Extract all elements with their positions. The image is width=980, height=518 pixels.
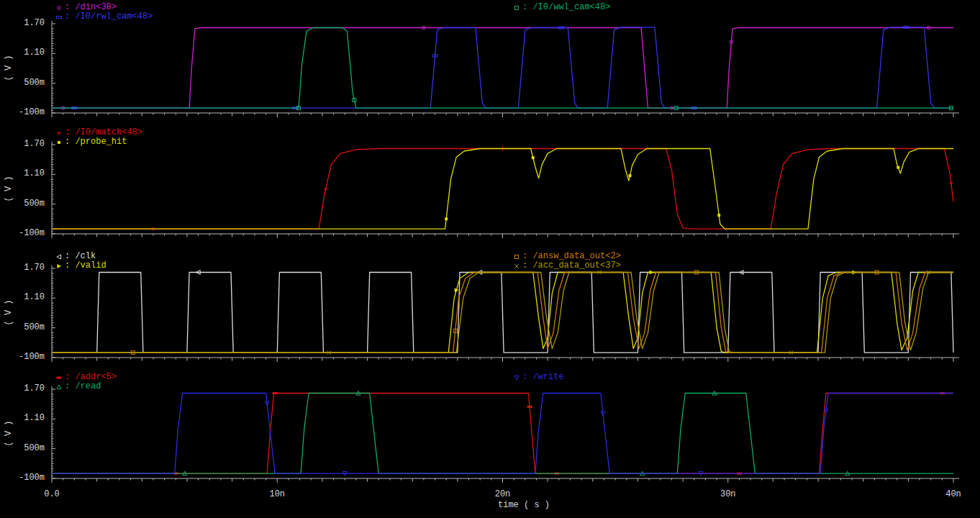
panel-2 (52, 142, 959, 238)
tri-right-filled-icon (55, 263, 63, 270)
markers-/probe_hit (445, 156, 899, 220)
legend-/read[interactable]: : /read (55, 382, 101, 391)
y-tick-label: 1.70 (4, 19, 45, 28)
x-icon (512, 263, 521, 270)
tri-left-icon (55, 253, 63, 260)
x-tick-label: 40n (932, 490, 975, 499)
markers-/write (265, 401, 828, 476)
legend-label: : /I0/rwl_cam<48> (65, 12, 153, 22)
legend-label: : /probe_hit (65, 137, 127, 147)
y-axis-unit-label: ( V ) (4, 299, 14, 327)
markers-/addr<5> (173, 392, 945, 475)
y-axis-unit-label: ( V ) (4, 175, 14, 204)
legend-label: : /acc_data_out<37> (522, 261, 621, 271)
y-axis-unit-label: ( V ) (4, 54, 14, 83)
x-tick-label: 10n (255, 490, 299, 499)
y-tick-label: -100m (4, 108, 45, 117)
panel-4 (52, 386, 959, 483)
trace-/probe_hit (52, 149, 953, 230)
waveform-viewer: 1.701.10500m-100m( V ): /din<38>: /I0/rw… (0, 0, 980, 518)
markers-/I0/match<48> (151, 147, 953, 232)
legend-/valid[interactable]: : /valid (55, 261, 106, 271)
trace-/addr<5> (52, 394, 953, 474)
legend-/I0/wwl_cam<48>[interactable]: : /I0/wwl_cam<48> (512, 3, 610, 12)
x-tick-label: 30n (707, 490, 750, 499)
hbar-icon (55, 14, 63, 21)
markers-/I0/rwl_cam<48> (72, 26, 909, 109)
trace-/read (52, 394, 953, 474)
filled-square-icon (55, 139, 63, 146)
trace-/I0/wwl_cam<48> (52, 28, 953, 109)
markers-/answ_data_out<2> (131, 271, 879, 355)
plus-icon (55, 130, 63, 137)
trace-/write (52, 394, 953, 474)
legend-label: : /write (522, 373, 564, 382)
square-icon (512, 253, 521, 260)
panel-1 (52, 21, 959, 117)
legend-/probe_hit[interactable]: : /probe_hit (55, 137, 127, 147)
tri-up-icon (55, 383, 63, 391)
x-tick-label: 0.0 (30, 490, 73, 499)
x-tick-label: 20n (481, 490, 525, 499)
legend-/acc_data_out<37>[interactable]: : /acc_data_out<37> (512, 261, 621, 271)
markers-/read (183, 391, 850, 476)
y-axis-unit-label: ( V ) (4, 419, 14, 448)
time-axis-label: time ( s ) (481, 501, 567, 510)
legend-label: : /I0/wwl_cam<48> (522, 3, 610, 12)
legend-label: : /read (65, 382, 101, 391)
legend-/I0/rwl_cam<48>[interactable]: : /I0/rwl_cam<48> (55, 12, 153, 22)
waveform-plot-area[interactable] (0, 0, 980, 518)
y-tick-label: 1.70 (4, 263, 45, 273)
tri-down-icon (512, 374, 521, 381)
square-icon (512, 4, 521, 12)
y-tick-label: -100m (4, 473, 45, 483)
trace-/I0/rwl_cam<48> (52, 27, 953, 108)
legend-label: : /valid (65, 261, 106, 271)
y-tick-label: 1.70 (4, 140, 45, 149)
y-tick-label: -100m (4, 229, 45, 238)
circle-icon (55, 4, 63, 12)
y-tick-label: 1.70 (4, 384, 45, 394)
hbar-filled-icon (55, 374, 63, 381)
trace-/din<38> (52, 28, 953, 109)
panel-3 (52, 265, 959, 362)
legend-/write[interactable]: : /write (512, 373, 564, 382)
y-tick-label: -100m (4, 353, 45, 362)
